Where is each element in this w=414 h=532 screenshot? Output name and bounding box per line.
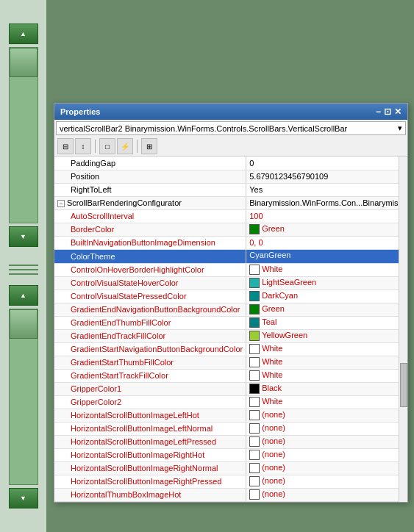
target-selector[interactable]: verticalScrollBar2 Binarymission.WinForm… [56, 121, 406, 135]
table-row[interactable]: HorizontalThumbBoxImageHot(none) [54, 488, 407, 501]
color-swatch-18 [249, 397, 260, 407]
table-row[interactable]: BuiltInNavigationButtonImageDimension0, … [54, 236, 407, 249]
prop-name-21: HorizontalScrollButtonImageLeftPressed [71, 437, 216, 446]
prop-value-21: (none) [262, 436, 285, 445]
properties-panel: Properties − ⊡ ✕ verticalScrollBar2 Bina… [54, 103, 408, 503]
table-row[interactable]: ControlVisualStatePressedColorDarkCyan [54, 290, 407, 303]
table-row[interactable]: HorizontalScrollButtonImageRightNormal(n… [54, 461, 407, 475]
prop-name-6: BuiltInNavigationButtonImageDimension [71, 238, 215, 247]
target-dropdown-icon[interactable]: ▾ [398, 123, 402, 133]
search-btn[interactable]: ⊞ [141, 138, 157, 154]
color-swatch-15 [249, 357, 260, 367]
prop-name-24: HorizontalScrollButtonImageRightPressed [71, 477, 221, 486]
table-row[interactable]: ControlVisualStateHoverColorLightSeaGree… [54, 276, 407, 290]
prop-name-3: ScrollBarRenderingConfigurator [67, 198, 182, 207]
swatch-none-20 [249, 423, 260, 434]
table-row[interactable]: ControlOnHoverBorderHighlightColorWhite [54, 263, 407, 276]
prop-name-19: HorizontalScrollButtonImageLeftHot [71, 411, 199, 420]
prop-name-7: ColorTheme [71, 252, 115, 261]
title-bar-controls: − ⊡ ✕ [376, 107, 401, 117]
prop-name-5: BorderColor [71, 225, 114, 234]
right-scrollbar-thumb[interactable] [400, 363, 407, 407]
table-row[interactable]: GradientStartNavigationButtonBackgroundC… [54, 342, 407, 356]
title-text: Properties [60, 107, 100, 116]
dropdown-value-7: CyanGreen [249, 251, 290, 259]
scroll-up-btn[interactable]: ▲ [9, 24, 38, 44]
table-row[interactable]: GradientEndTrackFillColorYellowGreen [54, 329, 407, 342]
table-row[interactable]: RightToLeftYes [54, 183, 407, 196]
swatch-none-25 [249, 489, 260, 500]
toolbar: ⊟ ↕ □ ⚡ ⊞ [54, 137, 407, 157]
scroll-track-top [9, 47, 38, 223]
prop-value-19: (none) [262, 410, 285, 419]
categorized-btn[interactable]: ⊟ [57, 138, 74, 154]
scroll-down-btn2[interactable]: ▼ [9, 488, 38, 508]
prop-value-23: (none) [262, 463, 285, 472]
prop-name-11: GradientEndNavigationButtonBackgroundCol… [71, 305, 240, 314]
color-value-12: Teal [262, 317, 276, 326]
table-row[interactable]: GradientEndNavigationButtonBackgroundCol… [54, 303, 407, 316]
prop-name-16: GradientStartTrackFillColor [71, 371, 168, 380]
table-row[interactable]: BorderColorGreen [54, 223, 407, 236]
prop-value-3: Binarymission.WinForms.Con... [249, 198, 363, 207]
scroll-up-btn2[interactable]: ▲ [9, 285, 38, 306]
table-row[interactable]: ColorThemeCyanGreen▾ [54, 249, 407, 263]
pin-button[interactable]: − [376, 107, 381, 117]
prop-name-9: ControlVisualStateHoverColor [71, 278, 179, 287]
scroll-down-btn[interactable]: ▼ [9, 226, 38, 247]
color-value-5: Green [262, 224, 285, 233]
table-row[interactable]: HorizontalScrollButtonImageRightPressed(… [54, 475, 407, 488]
swatch-none-22 [249, 450, 260, 460]
color-swatch-5 [249, 224, 260, 234]
scroll-thumb2[interactable] [10, 309, 38, 339]
prop-name-0: PaddingGap [71, 159, 115, 168]
prop-value-25: (none) [262, 489, 285, 498]
swatch-none-23 [249, 463, 260, 473]
prop-value-20: (none) [262, 423, 285, 432]
table-row[interactable]: AutoScrollInterval100 [54, 209, 407, 223]
prop-name-1: Position [71, 172, 99, 181]
table-row[interactable]: −ScrollBarRenderingConfiguratorBinarymis… [54, 196, 407, 209]
prop-value-24: (none) [262, 476, 285, 485]
table-row[interactable]: PaddingGap0 [54, 157, 407, 170]
color-value-14: White [262, 344, 282, 353]
expand-icon[interactable]: − [57, 200, 65, 207]
close-button[interactable]: ✕ [394, 107, 401, 117]
color-value-16: White [262, 370, 282, 379]
events-btn[interactable]: ⚡ [117, 138, 133, 154]
table-row[interactable]: GradientEndThumbFillColorTeal [54, 316, 407, 329]
prop-name-2: RightToLeft [71, 185, 112, 194]
prop-name-4: AutoScrollInterval [71, 212, 134, 220]
right-scrollbar[interactable] [399, 157, 407, 502]
scrollable-area: PaddingGap0Position5.6790123456790109Rig… [54, 157, 407, 502]
table-row[interactable]: GradientStartThumbFillColorWhite [54, 356, 407, 369]
color-swatch-8 [249, 265, 260, 275]
alpha-btn[interactable]: ↕ [75, 138, 91, 154]
float-button[interactable]: ⊡ [384, 107, 391, 117]
color-value-8: White [262, 265, 282, 273]
prop-name-23: HorizontalScrollButtonImageRightNormal [71, 464, 218, 472]
scroll-track-bottom [9, 309, 38, 485]
target-text: verticalScrollBar2 Binarymission.WinForm… [60, 124, 347, 133]
table-row[interactable]: HorizontalScrollButtonImageLeftPressed(n… [54, 435, 407, 448]
prop-name-20: HorizontalScrollButtonImageLeftNormal [71, 424, 213, 433]
table-row[interactable]: GripperColor1Black [54, 382, 407, 395]
table-row[interactable]: HorizontalScrollButtonImageRightHot(none… [54, 448, 407, 461]
color-swatch-13 [249, 331, 260, 341]
prop-value-22: (none) [262, 450, 285, 459]
scroll-thumb[interactable] [10, 48, 38, 77]
table-row[interactable]: GripperColor2White [54, 395, 407, 409]
color-swatch-17 [249, 384, 260, 394]
props-btn[interactable]: □ [99, 138, 115, 154]
prop-value-2: Yes [249, 185, 263, 194]
color-value-17: Black [262, 384, 282, 392]
table-row[interactable]: HorizontalScrollButtonImageLeftHot(none) [54, 409, 407, 422]
color-swatch-12 [249, 317, 260, 328]
scrollbar-widget: ▲ ▼ ▲ ▼ [0, 0, 46, 532]
prop-value-1: 5.6790123456790109 [249, 172, 328, 181]
table-row[interactable]: Position5.6790123456790109 [54, 170, 407, 183]
table-row[interactable]: GradientStartTrackFillColorWhite [54, 369, 407, 382]
prop-name-12: GradientEndThumbFillColor [71, 318, 171, 327]
color-value-13: YellowGreen [262, 331, 307, 339]
table-row[interactable]: HorizontalScrollButtonImageLeftNormal(no… [54, 422, 407, 435]
